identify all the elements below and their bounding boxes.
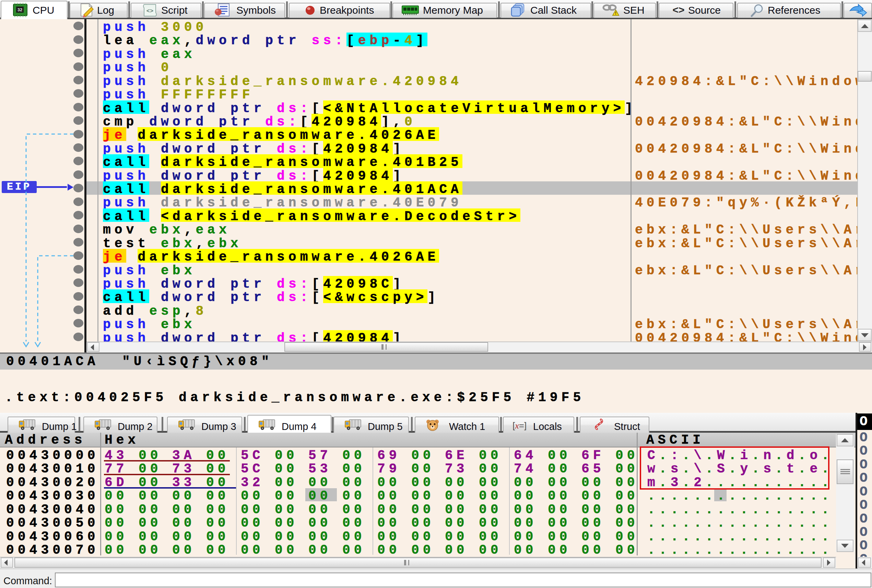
svg-text:<>: <> (672, 4, 684, 15)
svg-text:!: ! (615, 10, 616, 16)
svg-text:<>: <> (146, 8, 153, 14)
svg-text:32: 32 (18, 7, 22, 12)
